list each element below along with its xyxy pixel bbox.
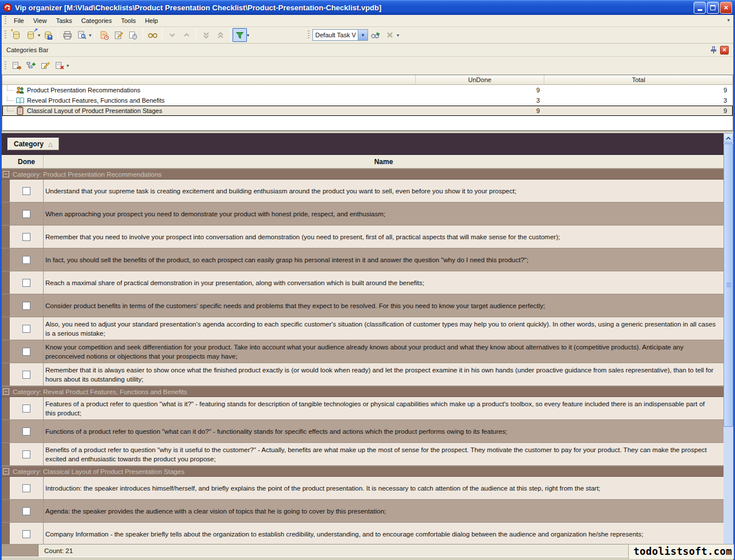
menu-tools[interactable]: Tools xyxy=(117,15,141,26)
print-preview-button[interactable] xyxy=(75,28,89,42)
menu-help[interactable]: Help xyxy=(140,15,163,26)
done-checkbox[interactable] xyxy=(22,210,30,218)
new-database-button[interactable]: ✦ xyxy=(9,28,24,42)
task-name: Features of a product refer to question … xyxy=(44,397,724,419)
column-name[interactable]: Name xyxy=(44,155,724,168)
task-row[interactable]: Features of a product refer to question … xyxy=(2,397,724,420)
toolbar-grip[interactable] xyxy=(5,16,6,25)
done-checkbox[interactable] xyxy=(22,371,30,379)
scrollbar-thumb[interactable] xyxy=(724,143,733,427)
menu-file[interactable]: File xyxy=(9,15,29,26)
done-checkbox[interactable] xyxy=(22,279,30,287)
done-checkbox[interactable] xyxy=(22,405,30,413)
delete-view-button[interactable] xyxy=(382,28,397,42)
vertical-scrollbar[interactable] xyxy=(724,133,733,557)
restore-button[interactable] xyxy=(707,2,719,14)
done-checkbox[interactable] xyxy=(22,233,30,241)
print-preview-dropdown-icon[interactable]: ▾ xyxy=(89,33,91,38)
task-row[interactable]: Company Information - the speaker briefl… xyxy=(2,523,724,544)
toolbar-grip[interactable] xyxy=(5,30,6,40)
view-glasses-button[interactable] xyxy=(145,28,160,42)
collapse-icon[interactable]: − xyxy=(3,468,9,475)
task-row[interactable]: Benefits of a product refer to question … xyxy=(2,443,724,466)
new-subcategory-button[interactable] xyxy=(24,59,38,73)
task-row[interactable]: Agenda: the speaker provides the audienc… xyxy=(2,500,724,523)
group-header[interactable]: − Category: Product Presentation Recomme… xyxy=(2,169,724,180)
combo-dropdown-icon[interactable]: ▼ xyxy=(358,30,368,40)
task-row[interactable]: Consider product benefits in terms of th… xyxy=(2,294,724,317)
save-database-button[interactable] xyxy=(41,28,55,42)
task-row[interactable]: Also, you need to adjust your standard p… xyxy=(2,317,724,340)
task-row[interactable]: In fact, you should sell the benefits of… xyxy=(2,248,724,271)
group-by-category-button[interactable]: Category △ xyxy=(7,138,59,150)
task-row[interactable]: Reach a maximal share of practical demon… xyxy=(2,271,724,294)
done-checkbox[interactable] xyxy=(22,256,30,264)
done-checkbox[interactable] xyxy=(22,348,30,356)
delete-category-button[interactable] xyxy=(52,59,67,73)
done-checkbox[interactable] xyxy=(22,302,30,310)
apply-view-button[interactable] xyxy=(368,28,382,42)
panel-splitter[interactable] xyxy=(2,131,733,133)
done-checkbox[interactable] xyxy=(22,450,30,458)
category-row-features[interactable]: Reveal Product Features, Functions and B… xyxy=(2,95,733,106)
menu-categories[interactable]: Categories xyxy=(77,15,117,26)
collapse-icon[interactable]: − xyxy=(3,388,9,395)
done-checkbox[interactable] xyxy=(22,427,30,435)
move-to-bottom-button[interactable] xyxy=(199,28,213,42)
open-database-button[interactable]: ↗ xyxy=(24,28,38,42)
open-database-dropdown-icon[interactable]: ▾ xyxy=(38,33,40,38)
pin-button[interactable] xyxy=(709,46,718,55)
category-row-classical-layout[interactable]: Classical Layout of Product Presentation… xyxy=(2,106,733,116)
done-checkbox[interactable] xyxy=(22,507,30,515)
task-row[interactable]: When approaching your prospect you need … xyxy=(2,203,724,225)
collapse-icon[interactable]: − xyxy=(3,171,9,177)
move-to-top-button[interactable] xyxy=(213,28,227,42)
task-view-select[interactable]: Default Task V ▼ xyxy=(312,29,368,41)
menu-overflow-icon[interactable]: ▾ xyxy=(727,17,730,23)
edit-category-button[interactable] xyxy=(38,59,52,73)
tree-column-undone[interactable]: UnDone xyxy=(416,75,544,84)
task-row[interactable]: Remember that you need to involve your p… xyxy=(2,225,724,248)
task-view-value: Default Task V xyxy=(313,30,358,40)
tree-column-blank[interactable] xyxy=(2,75,416,84)
scroll-up-button[interactable] xyxy=(724,133,733,143)
new-category-button[interactable] xyxy=(9,59,24,73)
category-delete-icon xyxy=(55,61,65,71)
categories-bar-close-button[interactable]: ✕ xyxy=(720,46,729,55)
filter-button[interactable] xyxy=(233,28,247,42)
mouse-icon xyxy=(128,30,138,40)
group-title: Category: Classical Layout of Product Pr… xyxy=(13,468,184,475)
done-checkbox[interactable] xyxy=(22,484,30,492)
task-row[interactable]: Know your competition and seek different… xyxy=(2,340,724,363)
minimize-button[interactable] xyxy=(694,2,706,14)
task-mouse-button[interactable] xyxy=(126,28,140,42)
move-down-button[interactable] xyxy=(165,28,179,42)
new-task-button[interactable] xyxy=(97,28,111,42)
group-indent xyxy=(2,477,10,499)
toolbar-grip[interactable] xyxy=(308,30,310,40)
group-header[interactable]: − Category: Classical Layout of Product … xyxy=(2,466,724,477)
done-cell xyxy=(10,363,44,386)
print-button[interactable] xyxy=(60,28,75,42)
categories-toolbar-overflow-icon[interactable]: ▾ xyxy=(67,63,69,68)
filter-dropdown-icon[interactable]: ▾ xyxy=(247,33,249,38)
group-header[interactable]: − Category: Reveal Product Features, Fun… xyxy=(2,386,724,397)
task-row[interactable]: Introduction: the speaker introduces him… xyxy=(2,477,724,500)
views-overflow-icon[interactable]: ▾ xyxy=(397,33,399,38)
done-checkbox[interactable] xyxy=(22,187,30,195)
tree-column-total[interactable]: Total xyxy=(544,75,733,84)
menu-tasks[interactable]: Tasks xyxy=(51,15,76,26)
menu-view[interactable]: View xyxy=(29,15,52,26)
edit-task-button[interactable] xyxy=(111,28,126,42)
done-checkbox[interactable] xyxy=(22,325,30,333)
task-row[interactable]: Functions of a product refer to question… xyxy=(2,420,724,443)
toolbar-grip[interactable] xyxy=(5,61,6,71)
task-row[interactable]: Remember that it is always easier to sho… xyxy=(2,363,724,386)
column-done[interactable]: Done xyxy=(10,155,44,168)
move-up-button[interactable] xyxy=(179,28,194,42)
close-button[interactable]: ✕ xyxy=(720,2,732,14)
category-row-recommendations[interactable]: Product Presentation Recommendations 9 9 xyxy=(2,85,733,95)
task-name: Understand that your supreme task is cre… xyxy=(44,180,724,202)
task-row[interactable]: Understand that your supreme task is cre… xyxy=(2,180,724,203)
done-checkbox[interactable] xyxy=(22,530,30,538)
